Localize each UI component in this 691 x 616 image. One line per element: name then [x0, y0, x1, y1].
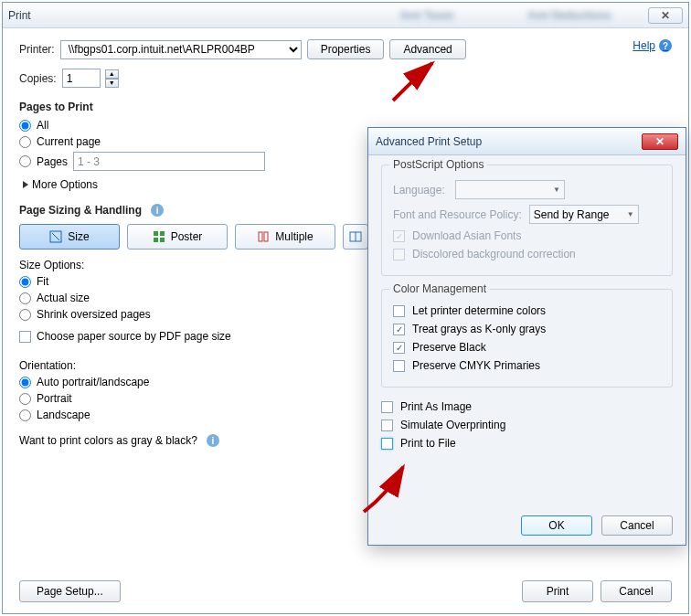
print-to-file-checkbox[interactable]: [381, 438, 393, 450]
disclosure-triangle-icon: [23, 181, 28, 188]
copies-label: Copies:: [19, 72, 57, 85]
copies-input[interactable]: [62, 69, 101, 88]
poster-icon: [153, 230, 165, 243]
multiple-icon: [257, 230, 270, 243]
help-link[interactable]: Help ?: [633, 39, 672, 52]
svg-rect-1: [154, 231, 158, 236]
printer-select[interactable]: \\fbgps01.corp.intuit.net\ARLPR004BP: [60, 40, 302, 59]
pages-range-radio[interactable]: [19, 155, 31, 167]
close-icon: ✕: [655, 135, 664, 148]
booklet-icon: [349, 230, 362, 243]
font-policy-select[interactable]: Send by Range▼: [529, 205, 639, 224]
color-management-group: Color Management Let printer determine c…: [381, 289, 673, 388]
svg-rect-6: [264, 232, 268, 241]
discolored-bg-checkbox: [393, 249, 405, 260]
info-icon[interactable]: i: [207, 434, 219, 447]
adv-close-button[interactable]: ✕: [642, 133, 678, 150]
annotation-arrow: [359, 462, 423, 519]
adv-ok-button[interactable]: OK: [521, 515, 592, 536]
printer-label: Printer:: [19, 43, 55, 56]
svg-rect-5: [259, 232, 262, 241]
preserve-black-checkbox[interactable]: ✓: [393, 342, 405, 354]
background-blur-text: Amt Taxes Amt Deductions: [399, 9, 611, 22]
treat-grays-checkbox[interactable]: ✓: [393, 324, 405, 335]
simulate-overprinting-checkbox[interactable]: [381, 420, 393, 431]
choose-paper-checkbox[interactable]: [19, 331, 31, 343]
landscape-radio[interactable]: [19, 409, 31, 421]
print-as-image-checkbox[interactable]: [381, 401, 393, 413]
properties-button[interactable]: Properties: [307, 39, 385, 59]
svg-rect-4: [160, 238, 165, 242]
download-asian-fonts-checkbox: ✓: [393, 230, 405, 242]
spinner-down-icon[interactable]: ▼: [105, 79, 119, 88]
titlebar: Print Amt Taxes Amt Deductions ✕: [3, 3, 688, 28]
svg-rect-2: [160, 231, 165, 236]
size-icon: [49, 230, 62, 243]
print-button[interactable]: Print: [522, 580, 593, 602]
cancel-button[interactable]: Cancel: [601, 580, 672, 602]
shrink-radio[interactable]: [19, 309, 31, 321]
grayscale-question: Want to print colors as gray & black?: [19, 434, 197, 447]
auto-orientation-radio[interactable]: [19, 377, 31, 388]
advanced-print-setup-dialog: Advanced Print Setup ✕ PostScript Option…: [367, 127, 686, 546]
print-dialog: Print Amt Taxes Amt Deductions ✕ Help ? …: [2, 2, 689, 614]
pages-range-input[interactable]: [73, 152, 265, 171]
font-policy-label: Font and Resource Policy:: [393, 208, 522, 221]
portrait-radio[interactable]: [19, 393, 31, 405]
fit-radio[interactable]: [19, 276, 31, 288]
preserve-cmyk-checkbox[interactable]: [393, 360, 405, 372]
close-icon: ✕: [661, 9, 670, 22]
window-close-button[interactable]: ✕: [648, 7, 683, 24]
postscript-options-group: PostScript Options Language: ▼ Font and …: [381, 165, 673, 276]
language-select: ▼: [455, 180, 565, 199]
spinner-up-icon[interactable]: ▲: [105, 69, 119, 79]
adv-cancel-button[interactable]: Cancel: [601, 515, 673, 536]
copies-spinner[interactable]: ▲ ▼: [105, 69, 119, 88]
pages-current-radio[interactable]: [19, 136, 31, 148]
let-printer-colors-checkbox[interactable]: [393, 305, 405, 317]
page-setup-button[interactable]: Page Setup...: [19, 580, 121, 602]
chevron-down-icon: ▼: [627, 210, 634, 218]
adv-titlebar: Advanced Print Setup ✕: [368, 128, 686, 155]
actual-size-radio[interactable]: [19, 292, 31, 304]
language-label: Language:: [393, 184, 448, 196]
help-icon: ?: [659, 39, 672, 52]
svg-rect-3: [154, 238, 158, 242]
multiple-tab[interactable]: Multiple: [235, 224, 335, 250]
poster-tab[interactable]: Poster: [127, 224, 228, 250]
advanced-button[interactable]: Advanced: [389, 39, 465, 59]
adv-title: Advanced Print Setup: [376, 135, 482, 148]
info-icon[interactable]: i: [151, 204, 164, 217]
window-title: Print: [8, 9, 31, 22]
size-tab[interactable]: Size: [19, 224, 120, 250]
pages-all-radio[interactable]: [19, 120, 31, 132]
pages-to-print-header: Pages to Print: [19, 101, 672, 113]
booklet-tab[interactable]: [343, 224, 368, 250]
